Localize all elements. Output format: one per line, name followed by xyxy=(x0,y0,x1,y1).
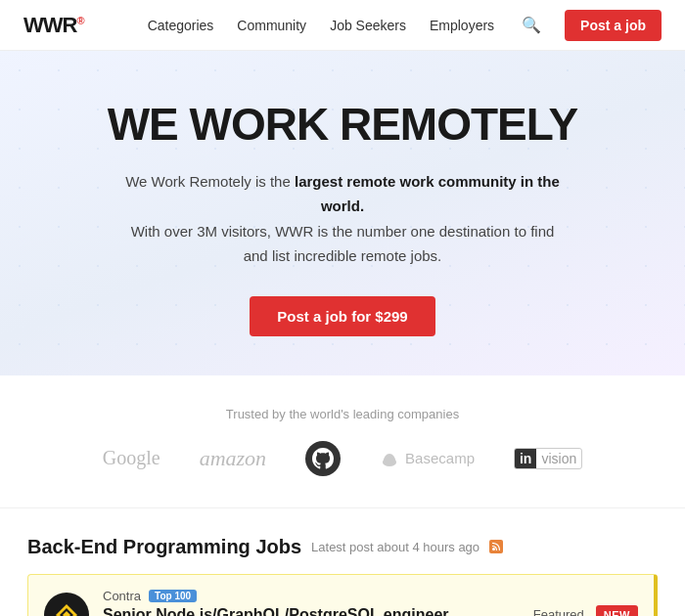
nav-categories[interactable]: Categories xyxy=(148,18,214,33)
contra-logo-icon xyxy=(54,602,79,616)
nav-community[interactable]: Community xyxy=(237,18,306,33)
invision-logo: in vision xyxy=(514,448,582,469)
company-name: Contra xyxy=(103,589,141,603)
trusted-label: Trusted by the world's leading companies xyxy=(20,407,665,421)
job-title: Senior Node.js/GraphQL/PostgreSQL engine… xyxy=(103,606,520,616)
job-right: Featured NEW xyxy=(533,605,638,616)
invision-vision: vision xyxy=(536,449,581,468)
trusted-section: Trusted by the world's leading companies… xyxy=(0,375,685,508)
github-logo xyxy=(305,441,341,476)
company-row: Contra Top 100 xyxy=(103,589,520,603)
amazon-logo: amazon xyxy=(200,446,266,471)
post-job-hero-button[interactable]: Post a job for $299 xyxy=(250,296,434,336)
company-logo-contra xyxy=(44,593,89,616)
rss-icon xyxy=(489,540,503,553)
jobs-meta: Latest post about 4 hours ago xyxy=(311,540,480,554)
basecamp-text: Basecamp xyxy=(405,450,475,466)
new-badge: NEW xyxy=(596,605,638,616)
jobs-section: Back-End Programming Jobs Latest post ab… xyxy=(0,508,685,616)
post-job-nav-button[interactable]: Post a job xyxy=(565,10,662,41)
trusted-logos: Google amazon Basecamp in vision xyxy=(20,441,665,476)
svg-point-1 xyxy=(492,548,495,550)
google-logo: Google xyxy=(103,447,160,469)
top100-badge: Top 100 xyxy=(149,590,197,602)
nav-links: Categories Community Job Seekers Employe… xyxy=(148,10,662,41)
job-info: Contra Top 100 Senior Node.js/GraphQL/Po… xyxy=(103,589,520,616)
jobs-header: Back-End Programming Jobs Latest post ab… xyxy=(27,536,658,558)
basecamp-icon xyxy=(380,449,399,468)
basecamp-logo: Basecamp xyxy=(380,449,475,468)
site-logo: WWR® xyxy=(23,13,84,38)
invision-in: in xyxy=(515,449,536,468)
hero-description: We Work Remotely is the largest remote w… xyxy=(117,169,568,269)
search-icon[interactable]: 🔍 xyxy=(522,16,541,34)
navbar: WWR® Categories Community Job Seekers Em… xyxy=(0,0,685,51)
hero-title: WE WORK REMOTELY xyxy=(20,100,665,150)
nav-employers[interactable]: Employers xyxy=(430,18,494,33)
github-icon xyxy=(312,448,334,469)
job-card[interactable]: Contra Top 100 Senior Node.js/GraphQL/Po… xyxy=(27,574,658,616)
featured-label: Featured xyxy=(533,607,584,616)
nav-job-seekers[interactable]: Job Seekers xyxy=(330,18,406,33)
jobs-section-title: Back-End Programming Jobs xyxy=(27,536,301,558)
hero-section: WE WORK REMOTELY We Work Remotely is the… xyxy=(0,51,685,375)
